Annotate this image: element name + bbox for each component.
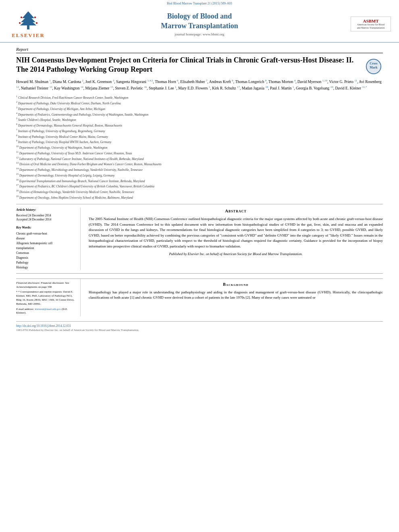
history-label: Article history:: [16, 208, 76, 212]
article-meta-sidebar: Article history: Received 24 December 20…: [16, 208, 81, 270]
keywords-label: Key Words:: [16, 225, 76, 230]
article-title-text: NIH Consensus Development Project on Cri…: [16, 56, 353, 73]
citation-bar: Biol Blood Marrow Transplant 21 (2015) 5…: [0, 0, 399, 6]
keyword-5: Pathology: [16, 260, 76, 265]
section-divider: [16, 204, 383, 204]
email-line: E-mail address: kleinerd@mail.nih.gov (D…: [16, 308, 76, 316]
abstract-section: Article history: Received 24 December 20…: [16, 208, 383, 270]
keyword-3: Consensus: [16, 251, 76, 256]
asbmt-title: ASBMT: [363, 19, 378, 23]
elsevier-tree-icon: [14, 9, 42, 31]
footnote-sidebar: Financial disclosure: Financial disclosu…: [16, 279, 81, 316]
journal-title-section: Biology of Blood andMarrow Transplantati…: [48, 12, 351, 36]
doi-link[interactable]: http://dx.doi.org/10.1016/j.bbmt.2014.12…: [16, 324, 383, 328]
authors-list: Howard M. Shulman 1, Diana M. Cardona 2,…: [16, 79, 383, 92]
svg-text:Mark: Mark: [370, 66, 378, 69]
keyword-6: Histology: [16, 265, 76, 270]
elsevier-label: ELSEVIER: [12, 32, 45, 39]
asbmt-logo: ASBMT American Society for Bloodand Marr…: [351, 17, 391, 31]
journal-homepage: journal homepage: www.bbmt.org: [48, 32, 351, 36]
article-type-label: Report: [16, 47, 383, 53]
article-history: Article history: Received 24 December 20…: [16, 208, 76, 222]
journal-title: Biology of Blood andMarrow Transplantati…: [48, 12, 351, 31]
received-date: Received 24 December 2014: [16, 214, 76, 218]
svg-text:Cross: Cross: [370, 62, 377, 65]
published-by: Published by Elsevier Inc. on behalf of …: [89, 251, 383, 257]
section-divider-2: [16, 273, 383, 274]
journal-header: ELSEVIER Biology of Blood andMarrow Tran…: [0, 6, 399, 43]
svg-point-5: [34, 17, 36, 18]
background-text: Histopathology has played a major role i…: [89, 290, 383, 301]
financial-disclosure: Financial disclosure: Financial disclosu…: [16, 281, 76, 289]
background-section: Background Histopathology has played a m…: [89, 279, 383, 316]
asbmt-subtitle: American Society for Bloodand Marrow Tra…: [357, 23, 384, 29]
abstract-title: Abstract: [89, 208, 383, 214]
abstract-body: The 2005 National Institute of Health (N…: [89, 216, 383, 257]
accepted-date: Accepted 24 December 2014: [16, 218, 76, 222]
keyword-4: Diagnosis: [16, 256, 76, 260]
footnote-background-section: Financial disclosure: Financial disclosu…: [16, 278, 383, 316]
elsevier-logo: ELSEVIER: [8, 9, 48, 39]
keyword-2: Allogeneic hematopoietic celltransplanta…: [16, 241, 76, 251]
svg-point-6: [19, 22, 21, 24]
citation-text: Biol Blood Marrow Transplant 21 (2015) 5…: [167, 2, 232, 5]
crossmark-icon: Cross Mark: [365, 58, 383, 76]
svg-point-7: [36, 22, 37, 24]
main-content: Report NIH Consensus Development Project…: [0, 43, 399, 336]
correspondence-note: * * Correspondence and reprint requests:…: [16, 290, 76, 306]
issn-line: 1083-8791/Published by Elsevier Inc. on …: [16, 328, 383, 332]
abstract-content: Abstract The 2005 National Institute of …: [89, 208, 383, 270]
email-address[interactable]: kleinerd@mail.nih.gov: [35, 308, 61, 311]
doi-section: http://dx.doi.org/10.1016/j.bbmt.2014.12…: [16, 321, 383, 332]
svg-point-4: [21, 17, 22, 18]
abstract-paragraph: The 2005 National Institute of Health (N…: [89, 216, 383, 249]
keywords-list: Chronic graft-versus-hostdisease Allogen…: [16, 231, 76, 270]
keyword-1: Chronic graft-versus-hostdisease: [16, 231, 76, 241]
affiliations-list: 1 Clinical Research Division, Fred Hutch…: [16, 95, 383, 200]
article-title: NIH Consensus Development Project on Cri…: [16, 56, 383, 75]
background-title: Background: [89, 281, 383, 287]
